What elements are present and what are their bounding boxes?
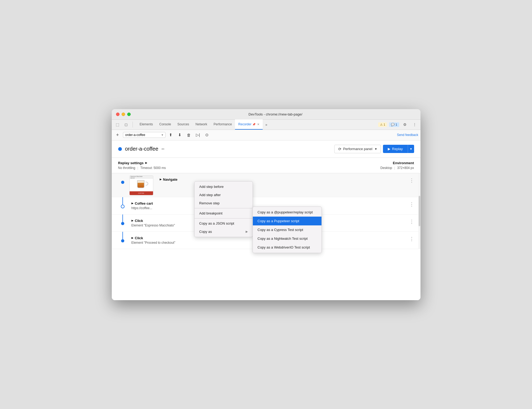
tab-performance[interactable]: Performance — [211, 119, 235, 130]
tab-overflow: ⚠ 1 💬 1 ⚙ ⋮ — [378, 121, 418, 128]
header-actions: ⟳ Performance panel ▾ ▶ Replay ▾ — [334, 145, 414, 153]
timeline-line-top — [122, 232, 123, 239]
step-expand-icon: ▶ — [131, 219, 133, 222]
steps-area: Espresso Macchiato$13.00 — [112, 173, 420, 249]
recorder-pin-icon: 📌 — [252, 123, 255, 126]
step-timeline-coffee-cart — [116, 197, 129, 208]
step-row-navigate: Espresso Macchiato$13.00 — [112, 173, 420, 197]
recording-status-dot — [118, 147, 122, 151]
record-icon[interactable]: ⊙ — [203, 131, 211, 139]
device-icon[interactable]: ◻ — [122, 121, 130, 128]
performance-panel-button[interactable]: ⟳ Performance panel ▾ — [334, 145, 381, 153]
recording-title: order-a-coffee — [125, 146, 158, 152]
perf-panel-dropdown-icon: ▾ — [375, 147, 377, 151]
env-details: Desktop | 372×804 px — [380, 166, 414, 170]
step-expand-icon: ▶ — [160, 178, 162, 181]
step-more-menu-btn-2[interactable]: ⋮ — [407, 200, 416, 208]
submenu-puppeteer[interactable]: Copy as a Puppeteer script — [253, 217, 321, 225]
warn-badge[interactable]: ⚠ 1 — [378, 122, 387, 127]
minimize-button[interactable] — [122, 113, 125, 116]
screenshot-body — [130, 179, 153, 191]
ctx-add-breakpoint[interactable]: Add breakpoint — [195, 209, 253, 217]
replay-dropdown-button[interactable]: ▾ — [408, 145, 414, 153]
timeline-line-top — [122, 214, 123, 222]
tab-close-icon[interactable]: ✕ — [257, 123, 259, 126]
tabs: Elements Console Sources Network Perform… — [137, 119, 378, 130]
step-more-menu-btn-4[interactable]: ⋮ — [407, 235, 416, 243]
settings-right: Environment Desktop | 372×804 px — [380, 161, 414, 170]
settings-details: No throttling | Timeout: 5000 ms — [118, 166, 381, 170]
timeline-dot-navigate — [121, 181, 124, 184]
replay-btn-group: ▶ Replay ▾ — [383, 145, 414, 153]
tab-recorder[interactable]: Recorder 📌 ✕ — [235, 119, 262, 130]
environment-title: Environment — [380, 161, 414, 165]
edit-title-icon[interactable]: ✏ — [162, 147, 165, 151]
recording-selector[interactable]: order-a-coffee ▾ — [123, 132, 166, 138]
title-bar: DevTools - chrome://new-tab-page/ — [112, 109, 420, 120]
inspect-icon[interactable]: ⬚ — [114, 121, 121, 128]
submenu-nightwatch[interactable]: Copy as a Nightwatch Test script — [253, 234, 321, 243]
ctx-add-step-after[interactable]: Add step after — [195, 191, 253, 199]
context-menu: Add step before Add step after Remove st… — [194, 181, 253, 237]
toolbar: + order-a-coffee ▾ ⬆ ⬇ 🗑 ▷| ⊙ Send feedb… — [112, 130, 420, 141]
delete-icon[interactable]: 🗑 — [185, 131, 193, 139]
screenshot-footer: COFFEE — [130, 191, 153, 195]
ctx-remove-step[interactable]: Remove step — [195, 199, 253, 207]
traffic-lights — [116, 113, 131, 116]
toolbar-actions: ⬆ ⬇ 🗑 ▷| ⊙ — [167, 131, 211, 139]
tab-elements[interactable]: Elements — [137, 119, 156, 130]
tab-bar: ⬚ ◻ Elements Console Sources Network P — [112, 120, 420, 130]
step-more-menu-btn-3[interactable]: ⋮ — [407, 218, 416, 226]
screenshot-thumb: Espresso Macchiato$13.00 — [129, 175, 153, 195]
tab-bar-icons: ⬚ ◻ — [114, 121, 134, 128]
step-expand-icon: ▶ — [131, 202, 133, 205]
ctx-divider-1 — [195, 208, 253, 208]
devtools-body: ⬚ ◻ Elements Console Sources Network P — [112, 120, 420, 300]
close-button[interactable] — [116, 113, 119, 116]
ctx-copy-json[interactable]: Copy as a JSON script — [195, 219, 253, 228]
replay-play-icon: ▶ — [388, 147, 390, 151]
more-tabs-icon[interactable]: » — [263, 121, 270, 128]
scrollbar[interactable] — [418, 173, 420, 249]
maximize-button[interactable] — [127, 113, 131, 116]
timeline-line-top — [122, 197, 123, 205]
step-timeline-navigate — [116, 173, 129, 184]
timeline-dot-click-checkout — [121, 239, 124, 242]
timeline-dot-coffee-cart — [121, 205, 125, 208]
tab-sources[interactable]: Sources — [174, 119, 192, 130]
send-feedback-link[interactable]: Send feedback — [397, 133, 418, 137]
info-badge[interactable]: 💬 1 — [389, 122, 399, 127]
tab-network[interactable]: Network — [192, 119, 211, 130]
replay-settings-title[interactable]: Replay settings ▶ — [118, 161, 381, 165]
submenu-webdriverio[interactable]: Copy as a WebdriverIO Test script — [253, 243, 321, 252]
tab-console[interactable]: Console — [156, 119, 174, 130]
coffee-mug-image — [137, 180, 146, 190]
submenu-puppeteer-replay[interactable]: Copy as a @puppeteer/replay script — [253, 208, 321, 217]
submenu-cypress[interactable]: Copy as a Cypress Test script — [253, 225, 321, 234]
settings-icon[interactable]: ⚙ — [401, 121, 409, 128]
main-content: order-a-coffee ✏ ⟳ Performance panel ▾ ▶… — [112, 141, 420, 300]
play-icon[interactable]: ▷| — [194, 131, 202, 139]
step-more-menu-btn[interactable]: ⋮ — [407, 176, 416, 184]
dropdown-chevron-icon: ▾ — [162, 133, 163, 137]
step-label-navigate[interactable]: ▶ Navigate — [160, 177, 405, 181]
step-expand-icon: ▶ — [131, 237, 133, 239]
scrollbar-thumb[interactable] — [419, 196, 420, 226]
tab-divider — [133, 122, 133, 127]
step-timeline-click-checkout — [116, 232, 129, 242]
timeline-dot-click-espresso — [121, 222, 124, 225]
ctx-copy-as[interactable]: Copy as ▶ — [195, 228, 253, 236]
ctx-add-step-before[interactable]: Add step before — [195, 183, 253, 191]
ctx-divider-2 — [195, 218, 253, 218]
replay-button[interactable]: ▶ Replay — [383, 145, 407, 153]
export-icon[interactable]: ⬆ — [167, 131, 175, 139]
submenu-copy-as: Copy as a @puppeteer/replay script Copy … — [253, 206, 322, 253]
recording-header: order-a-coffee ✏ ⟳ Performance panel ▾ ▶… — [112, 141, 420, 158]
step-label-coffee-cart[interactable]: ▶ Coffee cart — [131, 201, 405, 205]
recording-name-label: order-a-coffee — [125, 133, 145, 137]
add-recording-button[interactable]: + — [114, 131, 121, 139]
more-options-icon[interactable]: ⋮ — [411, 121, 418, 128]
perf-icon: ⟳ — [338, 147, 341, 151]
import-icon[interactable]: ⬇ — [176, 131, 184, 139]
step-timeline-click-espresso — [116, 214, 129, 225]
